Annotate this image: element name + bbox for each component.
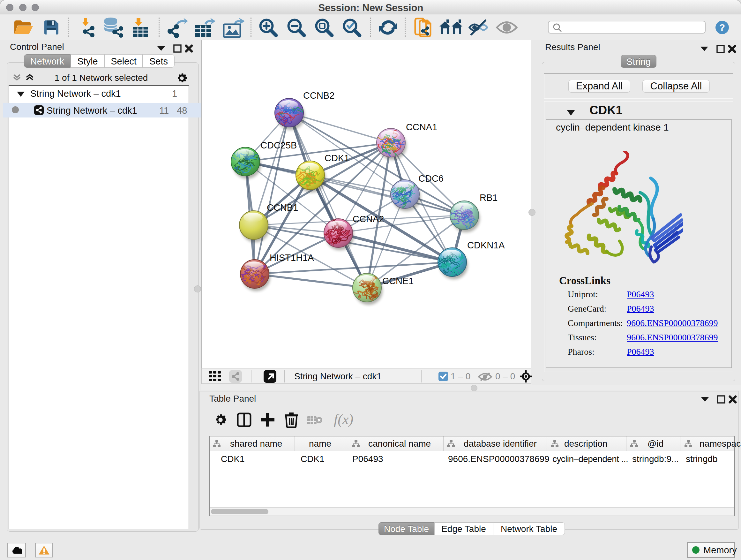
svg-text:CDK1: CDK1 (325, 153, 349, 163)
svg-text:RB1: RB1 (480, 192, 497, 203)
svg-text:?: ? (719, 22, 725, 33)
svg-text:CCNB1: CCNB1 (267, 202, 298, 212)
svg-text:CDC25B: CDC25B (260, 140, 297, 150)
svg-text:CCNE1: CCNE1 (382, 276, 414, 286)
svg-text:CCNA2: CCNA2 (353, 214, 384, 224)
svg-text:HIST1H1A: HIST1H1A (270, 253, 314, 263)
svg-text:CDKN1A: CDKN1A (467, 240, 505, 250)
svg-text:CCNA1: CCNA1 (406, 122, 437, 132)
svg-text:CCNB2: CCNB2 (303, 90, 334, 101)
svg-text:CDC6: CDC6 (418, 173, 444, 184)
